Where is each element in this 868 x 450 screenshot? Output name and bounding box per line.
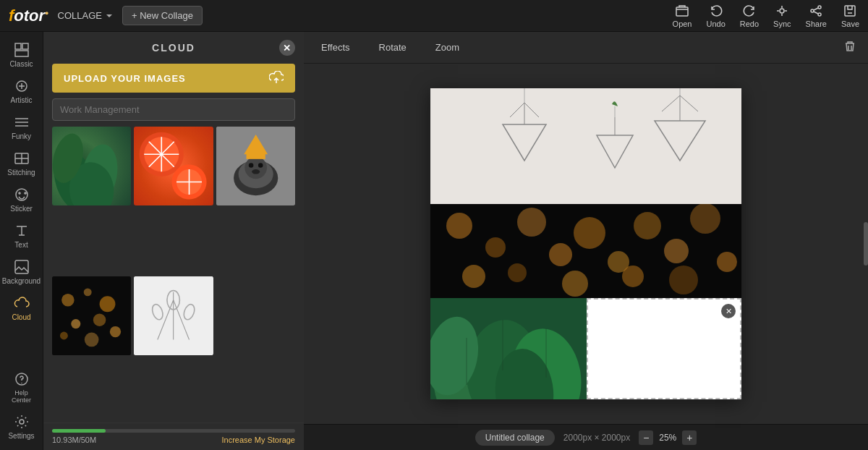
svg-rect-0 [676, 7, 688, 16]
svg-point-1 [780, 9, 784, 13]
svg-point-40 [84, 288, 92, 296]
redo-button[interactable]: Redo [740, 4, 759, 28]
sidebar-item-cloud[interactable]: Cloud [1, 291, 42, 326]
svg-rect-12 [15, 260, 28, 273]
bottom-bar: Untitled collage 2000px × 2000px − 25% + [304, 424, 868, 450]
collage-label[interactable]: COLLAGE [58, 10, 114, 21]
svg-point-72 [549, 243, 572, 266]
canvas-dimensions: 2000px × 2000px [563, 433, 630, 443]
svg-point-39 [61, 294, 74, 306]
sidebar-item-background[interactable]: Background [1, 255, 42, 289]
canvas-content: ✕ [304, 64, 868, 424]
svg-point-45 [60, 331, 68, 339]
svg-point-69 [446, 213, 472, 239]
bokeh-image [430, 204, 741, 298]
collage-row-bottom: ✕ [430, 298, 741, 399]
sidebar-item-settings[interactable]: Settings [1, 409, 42, 444]
zoom-out-button[interactable]: − [639, 430, 653, 445]
sidebar-item-classic[interactable]: Classic [1, 38, 42, 72]
increase-storage-button[interactable]: Increase My Storage [222, 436, 296, 444]
save-button[interactable]: Save [841, 4, 859, 28]
svg-point-80 [508, 263, 527, 282]
thumbnail-dog[interactable] [216, 127, 295, 205]
collage-cell-plant-bg[interactable] [430, 88, 741, 204]
share-button[interactable]: Share [806, 4, 827, 28]
logo: fotor● [9, 7, 49, 25]
main-layout: Classic Artistic Funky Stitching Sticker… [0, 32, 868, 450]
svg-rect-37 [246, 153, 265, 159]
thumbnail-white-plant[interactable] [134, 276, 213, 355]
svg-point-33 [248, 163, 253, 168]
storage-fill [52, 429, 106, 433]
svg-point-73 [574, 217, 605, 249]
search-bar [52, 98, 295, 121]
sidebar: Classic Artistic Funky Stitching Sticker… [0, 32, 43, 450]
zoom-controls: − 25% + [639, 430, 697, 445]
svg-point-81 [562, 271, 588, 297]
storage-bar: 10.93M/50M Increase My Storage [43, 423, 304, 450]
svg-point-32 [244, 157, 267, 179]
cloud-panel: CLOUD ✕ UPLOAD YOUR IMAGES [43, 32, 304, 450]
zoom-in-button[interactable]: + [682, 430, 697, 445]
canvas-area: Effects Rotate Zoom [304, 32, 868, 450]
search-input[interactable] [52, 98, 295, 121]
cloud-panel-title: CLOUD [152, 42, 195, 54]
plant-bg-image [430, 88, 741, 204]
svg-point-34 [258, 163, 263, 168]
svg-rect-54 [430, 88, 741, 204]
image-grid [43, 127, 304, 423]
zoom-level: 25% [659, 433, 676, 443]
svg-rect-6 [15, 43, 21, 49]
svg-rect-8 [15, 51, 28, 56]
svg-point-35 [252, 169, 260, 174]
topbar-actions: Open Undo Redo Sync Share Save [673, 4, 859, 28]
delete-button[interactable] [843, 40, 856, 56]
effects-button[interactable]: Effects [315, 39, 356, 56]
thumbnail-leaves[interactable] [52, 127, 131, 205]
storage-text: 10.93M/50M Increase My Storage [52, 436, 295, 444]
sidebar-item-artistic[interactable]: Artistic [1, 74, 42, 109]
leaves-image [430, 298, 587, 399]
svg-point-43 [93, 313, 106, 326]
svg-point-41 [100, 296, 116, 312]
collage-cell-bokeh[interactable] [430, 204, 741, 298]
collage-cell-leaves[interactable] [430, 298, 587, 399]
storage-track [52, 429, 295, 433]
svg-rect-7 [22, 43, 28, 49]
thumbnail-oranges[interactable] [134, 127, 213, 205]
zoom-button[interactable]: Zoom [430, 39, 465, 56]
svg-point-3 [811, 9, 814, 12]
svg-point-83 [669, 266, 698, 294]
scroll-indicator[interactable] [864, 222, 868, 266]
svg-point-44 [110, 326, 121, 336]
remove-cell-button[interactable]: ✕ [721, 304, 736, 318]
sidebar-item-stitching[interactable]: Stitching [1, 146, 42, 181]
close-panel-button[interactable]: ✕ [279, 40, 295, 56]
svg-point-4 [818, 13, 821, 16]
svg-point-70 [485, 237, 506, 258]
svg-point-78 [717, 252, 737, 272]
open-button[interactable]: Open [673, 4, 692, 28]
svg-point-76 [664, 239, 689, 263]
svg-point-77 [690, 204, 720, 234]
undo-button[interactable]: Undo [707, 4, 726, 28]
svg-point-71 [517, 208, 546, 237]
sidebar-item-sticker[interactable]: Sticker [1, 182, 42, 217]
cloud-panel-header: CLOUD ✕ [43, 32, 304, 64]
rotate-button[interactable]: Rotate [373, 39, 412, 56]
canvas-toolbar: Effects Rotate Zoom [304, 32, 868, 64]
upload-images-button[interactable]: UPLOAD YOUR IMAGES [52, 64, 295, 93]
collage-cell-empty[interactable]: ✕ [587, 298, 741, 399]
svg-point-46 [85, 332, 99, 347]
svg-point-75 [634, 212, 661, 239]
thumbnail-bokeh[interactable] [52, 276, 131, 355]
sidebar-item-text[interactable]: Text [1, 218, 42, 253]
collage-canvas[interactable]: ✕ [430, 88, 741, 399]
new-collage-button[interactable]: + New Collage [122, 6, 203, 25]
upload-icon [269, 71, 284, 85]
sidebar-item-funky[interactable]: Funky [1, 110, 42, 145]
collage-name-badge[interactable]: Untitled collage [475, 430, 555, 446]
sync-button[interactable]: Sync [773, 4, 791, 28]
sidebar-item-help[interactable]: Help Center [1, 367, 42, 408]
svg-point-82 [622, 266, 644, 287]
